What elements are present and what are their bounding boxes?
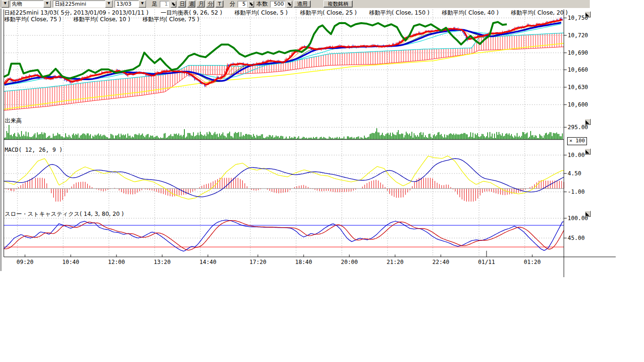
time-tick-label: 22:40 (430, 259, 452, 265)
time-tick-label: 18:40 (293, 259, 314, 265)
volume-tick-label: 295.00 (568, 124, 588, 131)
chart-application-window: ▼ 先物 ▼ 日経225mini ▼ 13/03 ▼ 足 1 日 週 月 分 T… (0, 0, 644, 362)
volume-multiplier-badge: × 100 (567, 137, 587, 145)
stoch-tick-label: 45.00 (568, 235, 585, 241)
time-tick-label: 13:20 (151, 259, 173, 265)
legend-entry: 移動平均( Close, 150 ) (369, 9, 429, 16)
chart-canvas[interactable] (0, 0, 644, 283)
time-tick-label: 10:40 (60, 259, 82, 265)
price-tick-label: 10,690 (568, 49, 588, 56)
legend-entry: 日経225mini 13/03( 5分, 2013/01/09 - 2013/0… (4, 9, 149, 16)
time-tick-label: 17:20 (247, 259, 269, 265)
macd-panel-label: MACD( 12, 26, 9 ) (5, 147, 63, 153)
legend-entry: 移動平均( Close, 40 ) (442, 9, 499, 16)
legend-entry: 一目均衡表( 9, 26, 52 ) (161, 9, 222, 16)
legend-entry: 移動平均( Close, 20 ) (511, 9, 568, 16)
legend-entry: 移動平均( Close, 10 ) (74, 16, 131, 23)
time-tick-label: 21:20 (384, 259, 406, 265)
resize-arrow-icon (586, 120, 589, 124)
price-tick-label: 10,630 (568, 84, 588, 90)
macd-panel-expand-button[interactable] (585, 148, 591, 155)
time-tick-label: 01/11 (476, 259, 497, 265)
legend-entry: 移動平均( Close, 75 ) (4, 16, 61, 23)
macd-tick-label: -1.00 (568, 189, 585, 195)
price-tick-label: 10,660 (568, 66, 588, 73)
time-tick-label: 12:00 (106, 259, 127, 265)
time-tick-label: 20:00 (339, 259, 360, 265)
volume-panel-label: 出来高 (5, 117, 22, 125)
time-tick-label: 09:20 (14, 259, 36, 265)
price-tick-label: 10,720 (568, 32, 588, 39)
resize-arrow-icon (586, 150, 589, 154)
legend-entry: 移動平均( Close, 25 ) (300, 9, 357, 16)
indicator-legend-line2: 移動平均( Close, 75 )移動平均( Close, 10 )移動平均( … (4, 16, 212, 24)
resize-arrow-icon (586, 13, 589, 16)
resize-arrow-icon (586, 212, 589, 216)
stochastics-panel-label: スロー・ストキャスティクス( 14, 3, 80, 20 ) (5, 210, 124, 218)
legend-entry: 移動平均( Close, 5 ) (234, 9, 288, 16)
stoch-panel-expand-button[interactable] (585, 211, 591, 217)
price-tick-label: 10,600 (568, 101, 588, 108)
volume-panel-expand-button[interactable] (585, 119, 591, 125)
price-panel-expand-button[interactable] (585, 11, 591, 17)
time-tick-label: 14:40 (197, 259, 219, 265)
macd-tick-label: 10.00 (568, 152, 585, 158)
time-tick-label: 01:20 (521, 259, 543, 265)
legend-entry: 移動平均( Close, 75 ) (142, 16, 199, 23)
macd-tick-label: 4.50 (568, 170, 581, 177)
